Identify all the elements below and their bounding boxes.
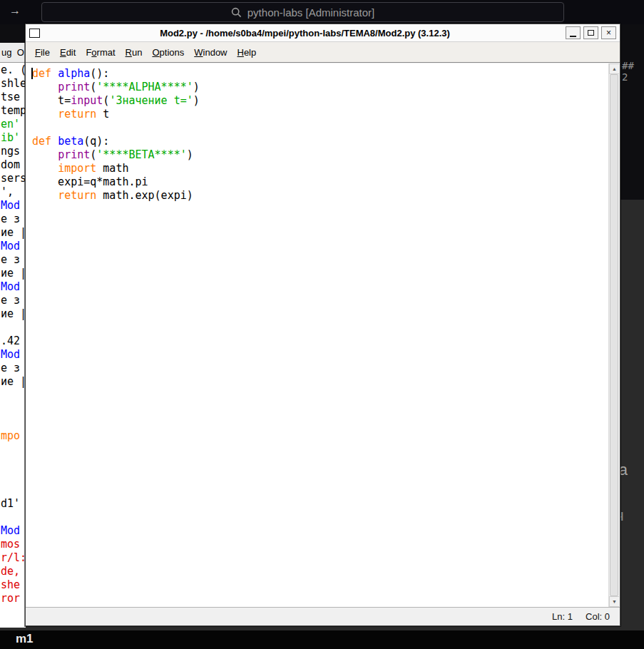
shell-fragment-line: d1': [0, 497, 26, 511]
menu-options[interactable]: Options: [147, 47, 189, 58]
close-button[interactable]: ×: [601, 26, 616, 39]
scroll-down-button[interactable]: ▼: [609, 596, 619, 607]
shell-fragment-line: shle: [0, 77, 26, 91]
shell-fragment-line: ие |: [0, 307, 26, 321]
status-line: Ln: 1: [552, 611, 573, 622]
background-text-fragment: ## 2: [622, 60, 644, 83]
maximize-button[interactable]: [583, 26, 598, 39]
menu-format[interactable]: Format: [81, 47, 120, 58]
background-text-fragment: m1: [16, 632, 34, 646]
taskbar: → python-labs [Administrator]: [0, 0, 644, 24]
code-line: import math: [32, 162, 608, 175]
shell-fragment-line: Mod: [0, 348, 26, 362]
shell-fragment-line: Mod: [0, 524, 26, 538]
shell-fragment-line: e з: [0, 213, 26, 226]
shell-fragment-line: Mod: [0, 240, 26, 253]
minimize-icon: [570, 36, 576, 37]
shell-fragment-line: mos: [0, 538, 26, 551]
shell-fragment-line: [0, 402, 26, 416]
code-line: [32, 121, 608, 135]
forward-arrow-icon: →: [9, 4, 21, 17]
shell-fragment-line: [0, 511, 26, 524]
editor-area[interactable]: def alpha(): print('****ALPHA****') t=in…: [26, 63, 619, 607]
shell-fragment-line: e з: [0, 362, 26, 375]
shell-fragment-line: e. (: [0, 63, 26, 77]
scroll-down-icon: ▼: [612, 599, 617, 604]
status-column: Col: 0: [586, 611, 610, 622]
background-shell-body: e. (shletsetempen'ib'ngsdomsers',Mode зи…: [0, 63, 26, 605]
code-line: print('****ALPHA****'): [32, 81, 608, 94]
shell-fragment-line: de,: [0, 565, 26, 578]
scrollbar-thumb[interactable]: [610, 74, 618, 596]
shell-fragment-line: mpo: [0, 429, 26, 443]
search-text: python-labs [Administrator]: [247, 6, 374, 19]
shell-fragment-line: [0, 443, 26, 456]
shell-fragment-line: ngs: [0, 145, 26, 158]
shell-fragment-line: ib': [0, 131, 26, 145]
shell-fragment-line: [0, 470, 26, 484]
code-line: t=input('Значение t='): [32, 94, 608, 108]
code-line: def alpha():: [32, 67, 608, 81]
shell-fragment-line: [0, 321, 26, 334]
shell-fragment-line: [0, 484, 26, 497]
shell-fragment-line: she: [0, 578, 26, 592]
menu-edit[interactable]: Edit: [55, 47, 81, 58]
shell-fragment-line: temp: [0, 104, 26, 118]
menubar: FileEditFormatRunOptionsWindowHelp: [26, 42, 620, 63]
code-line: return math.exp(expi): [32, 189, 608, 203]
menu-run[interactable]: Run: [121, 47, 148, 58]
window-icon: [29, 29, 40, 38]
menu-window[interactable]: Window: [189, 47, 232, 58]
close-icon: ×: [606, 29, 611, 37]
background-shell-window[interactable]: ug O e. (shletsetempen'ib'ngsdomsers',Mo…: [0, 43, 26, 628]
scroll-up-icon: ▲: [612, 66, 617, 71]
shell-fragment-line: sers: [0, 172, 26, 185]
window-controls: ×: [566, 26, 616, 39]
maximize-icon: [588, 30, 594, 36]
desktop: → python-labs [Administrator] ## 2 да о …: [0, 0, 644, 649]
shell-fragment-line: .42: [0, 334, 26, 348]
background-shell-menubar-fragment: ug O: [0, 43, 26, 63]
scroll-up-button[interactable]: ▲: [609, 63, 619, 74]
code-line: expi=q*math.pi: [32, 175, 608, 189]
desktop-background-bottom: [0, 630, 644, 649]
shell-fragment-line: e з: [0, 294, 26, 307]
shell-fragment-line: en': [0, 118, 26, 131]
shell-fragment-line: [0, 456, 26, 470]
shell-fragment-line: Mod: [0, 199, 26, 213]
code-line: def beta(q):: [32, 135, 608, 148]
shell-fragment-line: tse: [0, 91, 26, 104]
shell-fragment-line: e з: [0, 253, 26, 267]
shell-fragment-line: [0, 389, 26, 402]
shell-fragment-line: dom: [0, 158, 26, 172]
shell-fragment-line: [0, 416, 26, 429]
search-box[interactable]: python-labs [Administrator]: [41, 2, 564, 22]
shell-fragment-line: ror: [0, 592, 26, 605]
code-line: print('****BETA****'): [32, 148, 608, 162]
minimize-button[interactable]: [566, 26, 581, 39]
shell-fragment-line: ие |: [0, 375, 26, 389]
status-bar: Ln: 1 Col: 0: [26, 607, 620, 625]
menu-file[interactable]: File: [30, 47, 55, 58]
shell-fragment-line: ',: [0, 185, 26, 199]
code-area[interactable]: def alpha(): print('****ALPHA****') t=in…: [26, 63, 608, 607]
search-icon: [231, 7, 242, 18]
window-title: Mod2.py - /home/s0ba4/mpei/python-labs/T…: [44, 28, 566, 39]
shell-fragment-line: ие |: [0, 267, 26, 280]
shell-fragment-line: Mod: [0, 280, 26, 294]
idle-editor-window: Mod2.py - /home/s0ba4/mpei/python-labs/T…: [25, 24, 620, 626]
text-caret: [31, 68, 33, 79]
titlebar[interactable]: Mod2.py - /home/s0ba4/mpei/python-labs/T…: [26, 24, 620, 42]
shell-fragment-line: ие |: [0, 226, 26, 240]
vertical-scrollbar[interactable]: ▲ ▼: [608, 63, 619, 607]
code-line: return t: [32, 108, 608, 121]
menu-help[interactable]: Help: [232, 47, 262, 58]
shell-fragment-line: r/l:: [0, 551, 26, 565]
